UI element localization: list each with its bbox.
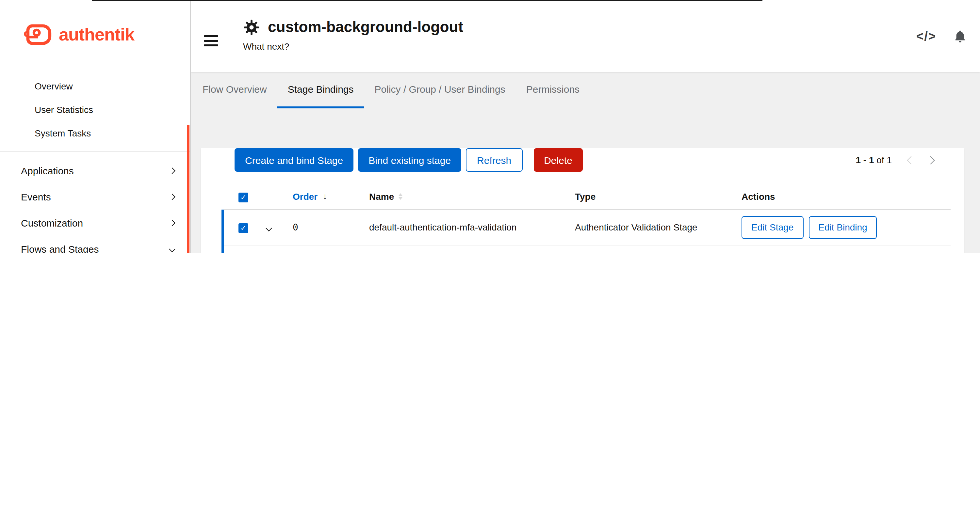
refresh-button[interactable]: Refresh: [466, 148, 522, 172]
column-header-type: Type: [567, 191, 734, 201]
tab-policy-group-user-bindings[interactable]: Policy / Group / User Bindings: [364, 72, 516, 108]
title-block: custom-background-logout What next?: [243, 18, 463, 52]
selected-stage-binding: 0 default-authentication-mfa-validation …: [221, 209, 951, 253]
stage-order-cell: 0: [283, 222, 361, 232]
sidebar-nav: Overview User Statistics System Tasks Ap…: [0, 75, 190, 253]
sort-desc-icon: ↓: [323, 191, 327, 201]
pagination-top: 1 - 1 of 1: [856, 148, 940, 172]
api-code-icon[interactable]: </>: [916, 29, 936, 43]
app: authentik Overview User Statistics Syste…: [0, 0, 980, 253]
stage-name-cell: default-authentication-mfa-validation: [361, 222, 567, 232]
edit-binding-button[interactable]: Edit Binding: [808, 216, 877, 239]
main-area: custom-background-logout What next? </> …: [191, 0, 980, 253]
row-expander[interactable]: [262, 218, 275, 236]
sidebar-item-system-tasks[interactable]: System Tasks: [21, 121, 189, 145]
sidebar-group-customization[interactable]: Customization: [0, 209, 190, 236]
notifications-bell-icon[interactable]: [953, 29, 967, 44]
tab-permissions[interactable]: Permissions: [516, 72, 590, 108]
header-actions: </>: [916, 29, 967, 44]
window-top-edge: [92, 0, 762, 1]
create-and-bind-stage-button[interactable]: Create and bind Stage: [235, 148, 353, 172]
tab-bar: Flow Overview Stage Bindings Policy / Gr…: [191, 72, 980, 108]
pagination-next-button[interactable]: [921, 148, 940, 172]
brand-logo[interactable]: authentik: [0, 0, 190, 47]
sidebar-group-applications[interactable]: Applications: [0, 157, 190, 184]
sidebar-accent-bar: [187, 125, 189, 253]
stage-bindings-card: Create and bind Stage Bind existing stag…: [201, 148, 964, 253]
divider: [0, 151, 190, 151]
stage-toolbar: Create and bind Stage Bind existing stag…: [235, 148, 940, 172]
sort-icon: [399, 193, 402, 200]
stage-binding-row[interactable]: 0 default-authentication-mfa-validation …: [224, 209, 951, 246]
chevron-right-icon: [926, 156, 934, 164]
flow-gear-icon: [243, 19, 260, 36]
edit-stage-button[interactable]: Edit Stage: [741, 216, 803, 239]
sidebar-group-flows-and-stages[interactable]: Flows and Stages: [0, 236, 190, 253]
tab-flow-overview[interactable]: Flow Overview: [192, 72, 277, 108]
policy-bindings-panel: These bindings control if this stage wil…: [224, 246, 951, 253]
page-subtitle: What next?: [243, 41, 463, 52]
row-select-checkbox[interactable]: [239, 223, 248, 233]
sidebar-item-overview[interactable]: Overview: [21, 75, 189, 98]
page-header: custom-background-logout What next? </>: [191, 0, 980, 72]
bind-existing-stage-button[interactable]: Bind existing stage: [358, 148, 461, 172]
authentik-logo-icon: [24, 22, 52, 47]
page-title: custom-background-logout: [268, 18, 463, 36]
column-header-order[interactable]: Order ↓: [283, 191, 361, 201]
pagination-of: of 1: [877, 155, 892, 165]
brand-name: authentik: [59, 24, 134, 45]
column-header-name[interactable]: Name: [361, 191, 567, 201]
sidebar-item-user-statistics[interactable]: User Statistics: [21, 98, 189, 121]
pagination-prev-button[interactable]: [901, 148, 921, 172]
content-area: Create and bind Stage Bind existing stag…: [191, 108, 980, 253]
chevron-right-icon: [169, 219, 175, 226]
chevron-left-icon: [907, 156, 915, 164]
chevron-right-icon: [169, 167, 175, 174]
chevron-right-icon: [169, 193, 175, 200]
sidebar: authentik Overview User Statistics Syste…: [0, 0, 191, 253]
chevron-down-icon: [265, 225, 272, 232]
delete-button[interactable]: Delete: [533, 148, 583, 172]
stage-type-cell: Authenticator Validation Stage: [567, 222, 734, 232]
stage-table-header: Order ↓ Name Type Actions: [224, 184, 951, 209]
chevron-down-icon: [169, 246, 175, 252]
sidebar-toggle-button[interactable]: [202, 34, 220, 48]
tab-stage-bindings[interactable]: Stage Bindings: [277, 72, 364, 108]
sidebar-group-events[interactable]: Events: [0, 184, 190, 209]
pagination-range: 1 - 1: [856, 155, 874, 165]
column-header-actions: Actions: [734, 191, 951, 201]
select-all-checkbox[interactable]: [239, 192, 248, 202]
